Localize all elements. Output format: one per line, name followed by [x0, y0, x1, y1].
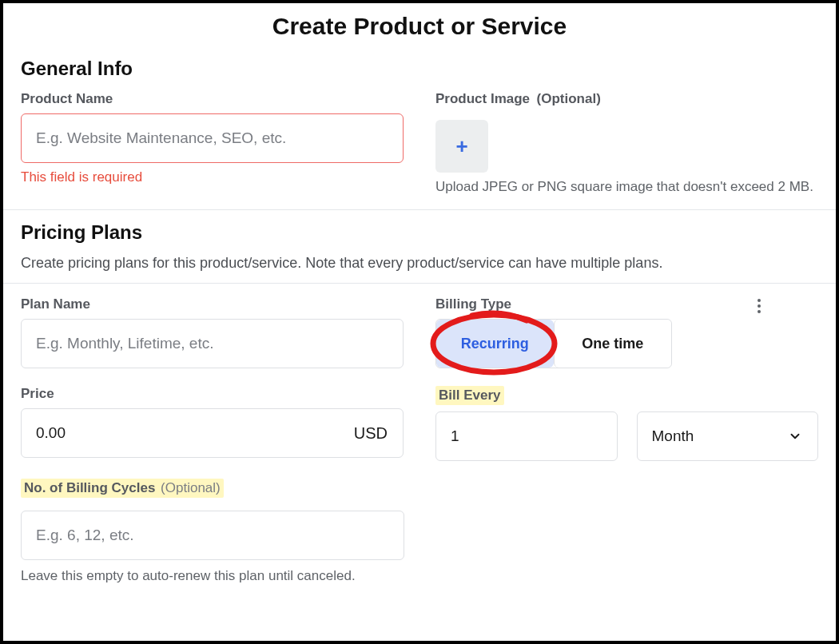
product-image-label: Product Image — [435, 91, 530, 107]
plus-icon: + — [455, 136, 467, 157]
bill-period-value: Month — [652, 427, 694, 445]
product-image-optional: (Optional) — [537, 91, 601, 107]
pricing-divider — [0, 283, 839, 284]
billing-cycles-hint: Leave this empty to auto-renew this plan… — [21, 568, 818, 584]
plan-menu-button[interactable] — [750, 295, 769, 317]
price-input[interactable] — [21, 408, 404, 458]
billing-recurring-button[interactable]: Recurring — [436, 320, 554, 368]
bill-period-select[interactable]: Month — [637, 411, 819, 461]
product-name-error: This field is required — [21, 169, 404, 185]
pricing-description: Create pricing plans for this product/se… — [21, 255, 818, 272]
price-label: Price — [21, 386, 54, 402]
billing-one-time-button[interactable]: One time — [554, 320, 672, 368]
billing-type-toggle: Recurring One time — [435, 319, 672, 368]
billing-cycles-label: No. of Billing Cycles (Optional) — [21, 479, 224, 498]
upload-image-button[interactable]: + — [435, 120, 488, 173]
product-name-label: Product Name — [21, 91, 113, 107]
plan-name-input[interactable] — [21, 319, 404, 368]
section-divider — [0, 209, 839, 210]
general-info-heading: General Info — [21, 58, 818, 80]
billing-cycles-input[interactable] — [21, 511, 404, 560]
currency-label: USD — [354, 424, 388, 443]
product-name-input[interactable] — [21, 113, 404, 163]
pricing-plans-heading: Pricing Plans — [21, 221, 818, 244]
bill-every-label: Bill Every — [435, 386, 504, 405]
plan-name-label: Plan Name — [21, 296, 90, 312]
billing-type-label: Billing Type — [435, 296, 511, 312]
bill-every-input[interactable] — [435, 411, 618, 461]
upload-hint: Upload JPEG or PNG square image that doe… — [435, 179, 818, 195]
page-title: Create Product or Service — [21, 13, 818, 40]
